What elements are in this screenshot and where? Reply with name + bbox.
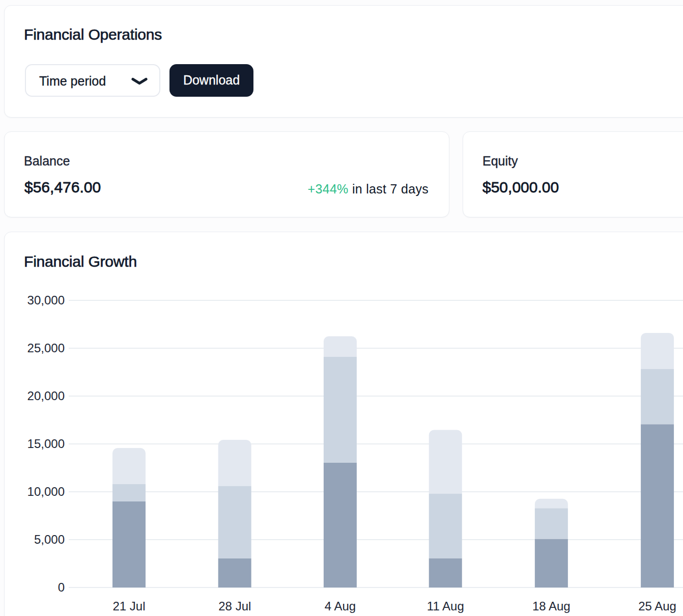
svg-text:18 Aug: 18 Aug (532, 599, 571, 613)
svg-text:25 Aug: 25 Aug (638, 599, 676, 613)
svg-text:11 Aug: 11 Aug (427, 599, 464, 613)
svg-text:21 Jul: 21 Jul (112, 599, 145, 613)
svg-text:15,000: 15,000 (27, 437, 65, 451)
svg-text:10,000: 10,000 (27, 485, 65, 498)
svg-text:4 Aug: 4 Aug (325, 599, 356, 613)
svg-text:25,000: 25,000 (27, 341, 65, 355)
svg-text:30,000: 30,000 (27, 293, 65, 307)
svg-text:5,000: 5,000 (34, 533, 65, 546)
svg-text:20,000: 20,000 (27, 389, 65, 403)
svg-text:0: 0 (58, 580, 65, 594)
svg-text:28 Jul: 28 Jul (218, 599, 251, 613)
